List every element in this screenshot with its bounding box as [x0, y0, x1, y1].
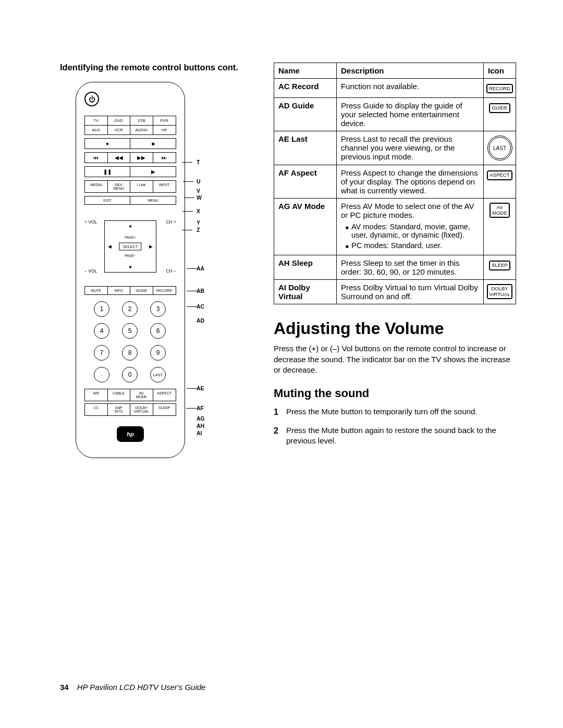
row-name: AH Sleep: [274, 255, 337, 280]
row-name: AD Guide: [274, 98, 337, 131]
row-icon: ASPECT: [484, 165, 516, 199]
callout: AC: [197, 303, 204, 310]
button-desc-table: Name Description Icon AC RecordFunction …: [274, 63, 516, 304]
heading-adjusting-volume: Adjusting the Volume: [274, 319, 516, 338]
row-desc: Press Sleep to set the timer in this ord…: [337, 255, 484, 280]
info-row: MUTE INFO GUIDE RECORD: [84, 286, 176, 295]
volume-para: Press the (+) or (–) Vol buttons on the …: [274, 343, 516, 375]
row-icon: RECORD: [484, 79, 516, 98]
row-desc: Press Aspect to change the dimensions of…: [337, 165, 484, 199]
right-icon: ▶: [149, 244, 153, 249]
dpad: + VOL − VOL CH + CH − ▲ ▼ ◀ ▶ SELECT PAG…: [84, 210, 176, 283]
row-name: AF Aspect: [274, 165, 337, 199]
up-icon: ▲: [128, 223, 133, 228]
remote-heading: Identifying the remote control buttons c…: [60, 63, 253, 72]
remote-outline: ⏻ TV DVD STB PVR AUX VCR AUDIO HP ● ■ ⏮: [76, 82, 185, 458]
callout: AF: [197, 405, 204, 411]
step: 1Press the Mute button to temporarily tu…: [274, 406, 516, 418]
row-icon: DOLBY VIRTUAL: [484, 280, 516, 304]
rec-stop: ● ■: [84, 138, 176, 149]
bottom-row-2: CC SAP MTS DOLBY VIRTUAL SLEEP: [84, 403, 176, 416]
heading-muting: Muting the sound: [274, 387, 516, 400]
row-name: AG AV Mode: [274, 199, 337, 255]
row-desc: Press AV Mode to select one of the AV or…: [337, 199, 484, 255]
callout: AB: [197, 288, 204, 294]
callout: AA: [197, 265, 204, 272]
callout: AD: [197, 317, 204, 324]
row-icon: LAST: [484, 131, 516, 165]
callout: Z: [197, 227, 200, 233]
device-buttons: TV DVD STB PVR AUX VCR AUDIO HP: [84, 116, 176, 135]
page-footer: 34 HP Pavilion LCD HDTV User's Guide: [60, 683, 205, 692]
row-desc: Press Last to recall the previous channe…: [337, 131, 484, 165]
callout: U: [197, 178, 201, 184]
transport: ⏮ ◀◀ ▶▶ ⏭: [84, 152, 176, 163]
row-icon: SLEEP: [484, 255, 516, 280]
exit-menu: EXIT MENU: [84, 196, 176, 205]
callout: Y: [197, 219, 200, 226]
callout: AI: [197, 430, 202, 436]
power-icon: ⏻: [84, 92, 99, 106]
row-name: AE Last: [274, 131, 337, 165]
callout: X: [197, 208, 200, 214]
callout: T: [197, 159, 200, 165]
callout: AE: [197, 385, 204, 391]
row-name: AI Dolby Virtual: [274, 280, 337, 304]
callout: AH: [197, 423, 204, 429]
callout: W: [197, 194, 202, 201]
pause-play: ❚❚ ▶: [84, 166, 176, 177]
hp-logo-icon: hp: [117, 426, 144, 442]
row-name: AC Record: [274, 79, 337, 98]
row-desc: Press Dolby Virtual to turn Virtual Dolb…: [337, 280, 484, 304]
row-icon: GUIDE: [484, 98, 516, 131]
step: 2Press the Mute button again to restore …: [274, 425, 516, 447]
left-icon: ◀: [108, 244, 112, 249]
numpad: 1 2 3 4 5 6 7 8 9 · 0 LAST: [84, 301, 176, 382]
down-icon: ▼: [128, 265, 133, 270]
media-row: MEDIA DEV MENU i.Link INPUT: [84, 180, 176, 193]
bottom-row-1: AIR CABLE AV MODE ASPECT: [84, 389, 176, 401]
row-icon: AV MODE: [484, 199, 516, 255]
callout: AG: [197, 415, 205, 422]
row-desc: Press Guide to display the guide of your…: [337, 98, 484, 131]
row-desc: Function not available.: [337, 79, 484, 98]
callout: V: [197, 188, 200, 194]
